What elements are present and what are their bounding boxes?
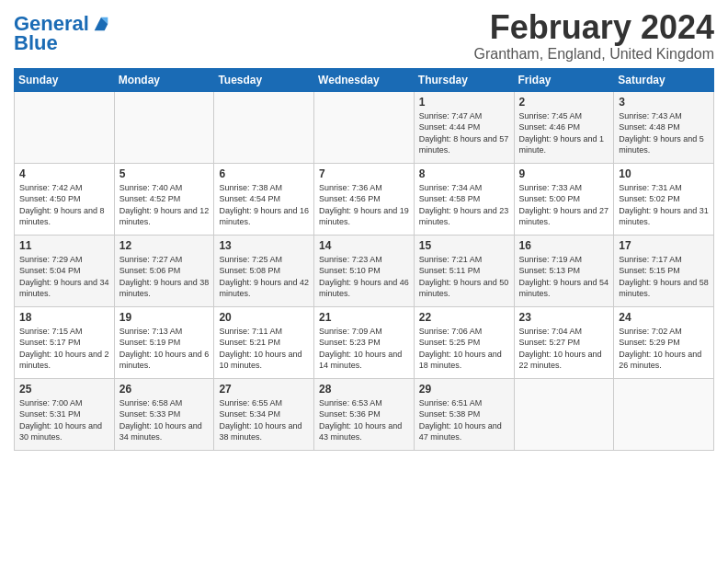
day-number: 20 [219, 311, 309, 324]
day-number: 24 [619, 311, 709, 324]
title-section: February 2024 Grantham, England, United … [474, 9, 714, 63]
day-info: Sunrise: 7:34 AM Sunset: 4:58 PM Dayligh… [419, 182, 509, 228]
day-number: 2 [519, 96, 609, 109]
calendar-cell [514, 378, 614, 450]
calendar-cell: 23Sunrise: 7:04 AM Sunset: 5:27 PM Dayli… [514, 306, 614, 378]
day-number: 7 [319, 167, 409, 180]
calendar-week-row: 1Sunrise: 7:47 AM Sunset: 4:44 PM Daylig… [15, 91, 714, 163]
calendar-cell: 28Sunrise: 6:53 AM Sunset: 5:36 PM Dayli… [314, 378, 415, 450]
calendar-cell: 24Sunrise: 7:02 AM Sunset: 5:29 PM Dayli… [614, 306, 714, 378]
calendar-cell: 10Sunrise: 7:31 AM Sunset: 5:02 PM Dayli… [614, 163, 714, 235]
calendar-cell: 11Sunrise: 7:29 AM Sunset: 5:04 PM Dayli… [15, 235, 115, 306]
day-number: 12 [119, 239, 210, 252]
day-number: 3 [619, 96, 709, 109]
day-info: Sunrise: 7:47 AM Sunset: 4:44 PM Dayligh… [419, 110, 509, 156]
weekday-header-tuesday: Tuesday [214, 68, 314, 91]
day-number: 18 [19, 311, 109, 324]
day-number: 16 [519, 239, 609, 252]
day-info: Sunrise: 7:38 AM Sunset: 4:54 PM Dayligh… [219, 182, 309, 228]
day-info: Sunrise: 7:33 AM Sunset: 5:00 PM Dayligh… [519, 182, 609, 228]
day-info: Sunrise: 7:23 AM Sunset: 5:10 PM Dayligh… [319, 254, 409, 300]
month-title: February 2024 [474, 9, 714, 46]
day-number: 29 [419, 383, 509, 396]
day-info: Sunrise: 6:51 AM Sunset: 5:38 PM Dayligh… [419, 397, 509, 443]
weekday-header-sunday: Sunday [15, 68, 115, 91]
weekday-header-wednesday: Wednesday [314, 68, 415, 91]
calendar-cell: 21Sunrise: 7:09 AM Sunset: 5:23 PM Dayli… [314, 306, 415, 378]
calendar-cell [314, 91, 415, 163]
calendar-cell: 29Sunrise: 6:51 AM Sunset: 5:38 PM Dayli… [414, 378, 514, 450]
calendar-cell: 26Sunrise: 6:58 AM Sunset: 5:33 PM Dayli… [114, 378, 214, 450]
calendar-cell: 3Sunrise: 7:43 AM Sunset: 4:48 PM Daylig… [614, 91, 714, 163]
calendar-cell: 17Sunrise: 7:17 AM Sunset: 5:15 PM Dayli… [614, 235, 714, 306]
day-info: Sunrise: 7:36 AM Sunset: 4:56 PM Dayligh… [319, 182, 409, 228]
day-number: 6 [219, 167, 309, 180]
header: General Blue February 2024 Grantham, Eng… [14, 9, 714, 63]
calendar-cell: 2Sunrise: 7:45 AM Sunset: 4:46 PM Daylig… [514, 91, 614, 163]
weekday-header-monday: Monday [114, 68, 214, 91]
day-info: Sunrise: 7:25 AM Sunset: 5:08 PM Dayligh… [219, 254, 309, 300]
day-info: Sunrise: 6:55 AM Sunset: 5:34 PM Dayligh… [219, 397, 309, 443]
calendar-week-row: 4Sunrise: 7:42 AM Sunset: 4:50 PM Daylig… [15, 163, 714, 235]
day-info: Sunrise: 7:21 AM Sunset: 5:11 PM Dayligh… [419, 254, 509, 300]
calendar-cell: 7Sunrise: 7:36 AM Sunset: 4:56 PM Daylig… [314, 163, 415, 235]
day-number: 19 [119, 311, 210, 324]
weekday-header-row: SundayMondayTuesdayWednesdayThursdayFrid… [15, 68, 714, 91]
day-info: Sunrise: 7:29 AM Sunset: 5:04 PM Dayligh… [19, 254, 109, 300]
day-info: Sunrise: 7:17 AM Sunset: 5:15 PM Dayligh… [619, 254, 709, 300]
day-info: Sunrise: 7:13 AM Sunset: 5:19 PM Dayligh… [119, 326, 210, 372]
day-info: Sunrise: 6:53 AM Sunset: 5:36 PM Dayligh… [319, 397, 409, 443]
day-info: Sunrise: 7:45 AM Sunset: 4:46 PM Dayligh… [519, 110, 609, 156]
calendar-cell: 9Sunrise: 7:33 AM Sunset: 5:00 PM Daylig… [514, 163, 614, 235]
day-number: 22 [419, 311, 509, 324]
day-info: Sunrise: 7:09 AM Sunset: 5:23 PM Dayligh… [319, 326, 409, 372]
day-number: 17 [619, 239, 709, 252]
calendar-cell: 14Sunrise: 7:23 AM Sunset: 5:10 PM Dayli… [314, 235, 415, 306]
calendar-cell: 20Sunrise: 7:11 AM Sunset: 5:21 PM Dayli… [214, 306, 314, 378]
calendar-cell [114, 91, 214, 163]
calendar-cell: 1Sunrise: 7:47 AM Sunset: 4:44 PM Daylig… [414, 91, 514, 163]
day-info: Sunrise: 7:00 AM Sunset: 5:31 PM Dayligh… [19, 397, 109, 443]
day-info: Sunrise: 7:02 AM Sunset: 5:29 PM Dayligh… [619, 326, 709, 372]
day-number: 21 [319, 311, 409, 324]
calendar-cell [15, 91, 115, 163]
calendar-cell: 19Sunrise: 7:13 AM Sunset: 5:19 PM Dayli… [114, 306, 214, 378]
calendar-cell [214, 91, 314, 163]
weekday-header-thursday: Thursday [414, 68, 514, 91]
weekday-header-saturday: Saturday [614, 68, 714, 91]
day-number: 25 [19, 383, 109, 396]
day-number: 26 [119, 383, 210, 396]
calendar-cell [614, 378, 714, 450]
calendar-week-row: 25Sunrise: 7:00 AM Sunset: 5:31 PM Dayli… [15, 378, 714, 450]
day-number: 27 [219, 383, 309, 396]
day-number: 14 [319, 239, 409, 252]
calendar-cell: 8Sunrise: 7:34 AM Sunset: 4:58 PM Daylig… [414, 163, 514, 235]
day-number: 15 [419, 239, 509, 252]
calendar-cell: 27Sunrise: 6:55 AM Sunset: 5:34 PM Dayli… [214, 378, 314, 450]
calendar-cell: 18Sunrise: 7:15 AM Sunset: 5:17 PM Dayli… [15, 306, 115, 378]
calendar-cell: 13Sunrise: 7:25 AM Sunset: 5:08 PM Dayli… [214, 235, 314, 306]
logo-icon [91, 14, 111, 34]
calendar-table: SundayMondayTuesdayWednesdayThursdayFrid… [14, 68, 714, 451]
day-info: Sunrise: 6:58 AM Sunset: 5:33 PM Dayligh… [119, 397, 210, 443]
day-number: 23 [519, 311, 609, 324]
weekday-header-friday: Friday [514, 68, 614, 91]
day-number: 13 [219, 239, 309, 252]
location-title: Grantham, England, United Kingdom [474, 46, 714, 63]
calendar-cell: 4Sunrise: 7:42 AM Sunset: 4:50 PM Daylig… [15, 163, 115, 235]
calendar-cell: 15Sunrise: 7:21 AM Sunset: 5:11 PM Dayli… [414, 235, 514, 306]
calendar-cell: 22Sunrise: 7:06 AM Sunset: 5:25 PM Dayli… [414, 306, 514, 378]
day-number: 4 [19, 167, 109, 180]
day-info: Sunrise: 7:19 AM Sunset: 5:13 PM Dayligh… [519, 254, 609, 300]
day-info: Sunrise: 7:27 AM Sunset: 5:06 PM Dayligh… [119, 254, 210, 300]
day-number: 11 [19, 239, 109, 252]
day-number: 5 [119, 167, 210, 180]
calendar-week-row: 18Sunrise: 7:15 AM Sunset: 5:17 PM Dayli… [15, 306, 714, 378]
day-info: Sunrise: 7:31 AM Sunset: 5:02 PM Dayligh… [619, 182, 709, 228]
calendar-cell: 5Sunrise: 7:40 AM Sunset: 4:52 PM Daylig… [114, 163, 214, 235]
day-number: 9 [519, 167, 609, 180]
day-number: 28 [319, 383, 409, 396]
day-info: Sunrise: 7:06 AM Sunset: 5:25 PM Dayligh… [419, 326, 509, 372]
logo: General Blue [14, 13, 111, 55]
day-info: Sunrise: 7:40 AM Sunset: 4:52 PM Dayligh… [119, 182, 210, 228]
